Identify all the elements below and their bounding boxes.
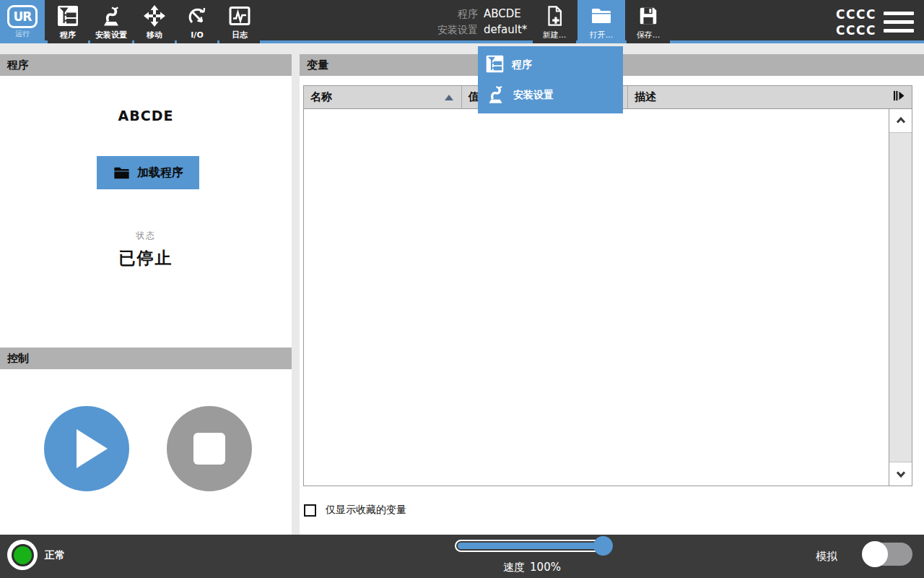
open-button-label: 打开... [590,30,614,40]
file-actions: 新建... 打开... 保存... [533,0,670,43]
header-bar: UR 运行 程序 安装设置 移动 I/O [0,0,924,43]
tab-move[interactable]: 移动 [134,0,175,43]
open-dropdown-menu: 程序 安装设置 [478,46,623,113]
variables-table: 名称 值 描述 [303,85,912,486]
speed-readout: 速度 100% [455,561,609,574]
variables-section-body: 名称 值 描述 [300,76,924,535]
program-icon [485,54,505,77]
status-value: 已停止 [0,247,292,269]
open-button[interactable]: 打开... [578,0,625,43]
robot-status-text: 正常 [45,549,65,562]
program-section-body: ABCDE 加载程序 状态 已停止 [0,76,292,348]
sort-ascending-icon [445,95,453,100]
tab-io-label: I/O [191,30,203,40]
favorites-checkbox-label: 仅显示收藏的变量 [326,504,406,517]
context-program-value: ABCDE [484,7,521,20]
tab-move-label: 移动 [147,30,162,40]
speed-slider[interactable] [455,540,609,552]
status-green-icon [12,544,34,566]
simulation-label: 模拟 [816,550,837,564]
open-folder-icon [590,4,613,28]
scroll-up-button[interactable] [889,109,912,133]
log-chart-icon [228,3,251,29]
tab-run[interactable]: UR 运行 [0,0,45,43]
account-text: CCCC CCCC [836,7,876,38]
context-installation-label: 安装设置 [398,24,478,37]
program-icon [56,3,79,29]
tab-io[interactable]: I/O [177,0,217,43]
footer-bar: 正常 速度 100% 模拟 [0,535,924,578]
chevron-down-icon [894,467,908,481]
context-installation-value: default* [484,23,527,36]
stop-button[interactable] [167,406,252,491]
control-section-body [0,369,292,535]
play-button[interactable] [44,406,129,491]
expand-columns-icon[interactable] [893,90,905,105]
save-button-label: 保存... [637,30,661,40]
context-program-label: 程序 [398,8,478,21]
save-floppy-icon [637,4,659,28]
main-tabs: 程序 安装设置 移动 I/O 日志 [48,0,260,43]
open-menu-installation-label: 安装设置 [513,89,554,102]
new-button[interactable]: 新建... [533,0,576,43]
tab-program[interactable]: 程序 [48,0,88,43]
simulation-toggle-knob[interactable] [862,541,888,567]
account-line-2: CCCC [836,22,876,38]
variables-empty-rows [304,109,889,486]
new-button-label: 新建... [543,30,567,40]
tab-log[interactable]: 日志 [219,0,260,43]
scroll-down-button[interactable] [889,462,912,486]
robot-status-indicator[interactable] [7,540,38,570]
hamburger-menu-icon[interactable] [884,12,914,33]
robot-arm-icon [100,3,123,29]
open-menu-installation[interactable]: 安装设置 [478,80,623,111]
load-program-button[interactable]: 加载程序 [97,156,199,189]
control-section-header: 控制 [0,348,292,369]
scrollbar-track[interactable] [889,133,912,462]
speed-value: 100% [530,561,561,574]
column-description-label: 描述 [635,90,656,104]
open-menu-program[interactable]: 程序 [478,50,623,80]
save-button[interactable]: 保存... [627,0,670,43]
column-header-description[interactable]: 描述 [628,86,912,108]
play-icon [77,429,108,468]
robot-arm-icon [485,84,506,108]
column-header-name[interactable]: 名称 [304,86,462,108]
tab-program-label: 程序 [60,30,76,40]
account-line-1: CCCC [836,7,876,22]
simulation-toggle[interactable] [863,543,912,566]
program-name: ABCDE [0,108,292,124]
ur-logo-icon: UR [7,5,38,28]
speed-slider-handle[interactable] [593,536,613,556]
new-file-icon [544,4,565,28]
tab-log-label: 日志 [232,30,248,40]
io-icon [186,4,209,30]
program-section-header: 程序 [0,54,292,76]
variables-table-body [304,109,912,486]
tab-run-label: 运行 [15,29,30,39]
speed-label: 速度 [503,561,525,574]
column-name-label: 名称 [310,90,332,104]
chevron-up-icon [894,113,908,128]
tab-installation[interactable]: 安装设置 [90,0,132,43]
vertical-scrollbar [889,109,912,486]
context-info: 程序 ABCDE 安装设置 default* [398,0,527,43]
stop-icon [193,433,225,465]
speed-slider-fill [458,543,606,549]
folder-icon [113,164,131,182]
tab-installation-label: 安装设置 [95,30,127,40]
favorites-filter[interactable]: 仅显示收藏的变量 [304,504,406,517]
status-label: 状态 [0,230,292,242]
favorites-checkbox[interactable] [304,504,316,517]
move-arrows-icon [143,3,166,29]
open-menu-program-label: 程序 [512,59,532,72]
load-program-button-label: 加载程序 [137,165,183,181]
